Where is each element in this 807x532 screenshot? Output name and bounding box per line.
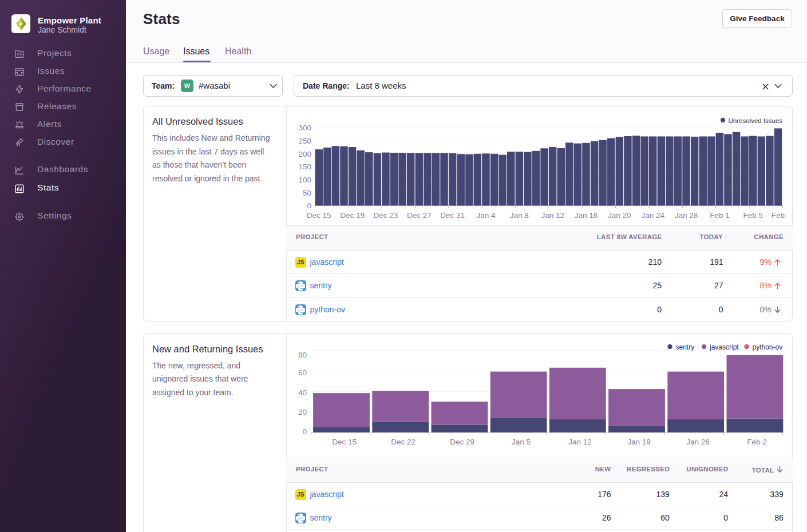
svg-text:Feb 5: Feb 5 (743, 211, 763, 220)
svg-text:Dec 23: Dec 23 (374, 211, 398, 220)
svg-text:Jan 16: Jan 16 (575, 211, 598, 220)
svg-text:Jan 8: Jan 8 (510, 211, 529, 220)
svg-text:300: 300 (298, 124, 311, 132)
svg-text:Feb 1: Feb 1 (710, 211, 730, 220)
svg-text:Dec 19: Dec 19 (340, 211, 365, 220)
svg-text:250: 250 (298, 137, 311, 145)
svg-text:Jan 24: Jan 24 (641, 211, 664, 220)
svg-text:Dec 27: Dec 27 (407, 211, 432, 220)
svg-text:Jan 20: Jan 20 (608, 211, 631, 220)
svg-text:100: 100 (298, 176, 311, 184)
svg-text:Unresolved Issues: Unresolved Issues (729, 117, 783, 124)
svg-text:150: 150 (298, 162, 311, 171)
svg-text:Dec 15: Dec 15 (307, 211, 331, 220)
svg-text:Feb: Feb (772, 211, 785, 220)
svg-text:200: 200 (298, 150, 311, 158)
svg-text:50: 50 (303, 189, 311, 197)
svg-text:Dec 31: Dec 31 (440, 211, 465, 220)
svg-text:Jan 12: Jan 12 (541, 211, 564, 220)
svg-text:Jan 28: Jan 28 (675, 211, 698, 220)
svg-text:0: 0 (307, 201, 311, 210)
svg-text:Jan 4: Jan 4 (476, 211, 496, 220)
